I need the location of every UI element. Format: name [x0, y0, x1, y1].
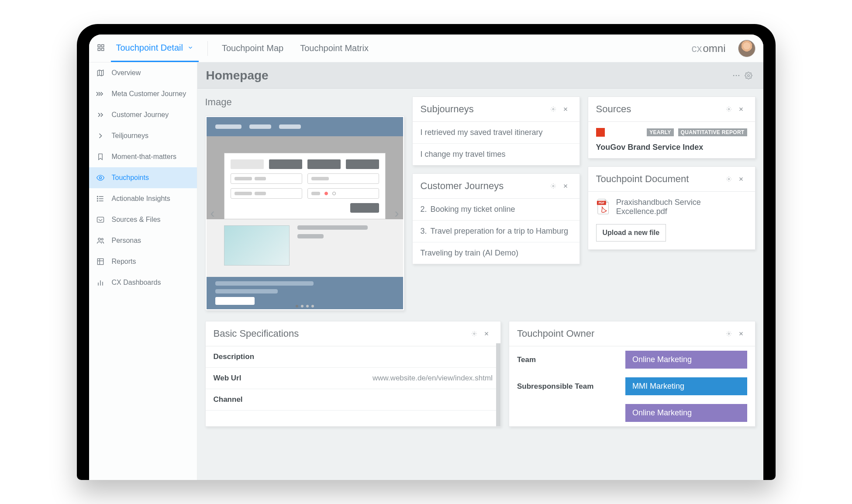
sidebar-item-personas[interactable]: Personas — [89, 230, 197, 251]
scrollbar[interactable] — [496, 343, 500, 426]
carousel-prev[interactable]: ‹ — [207, 204, 218, 222]
document-name: Praxishandbuch Service Excellence.pdf — [616, 198, 747, 216]
sidebar-item-moments[interactable]: Moment-that-matters — [89, 146, 197, 167]
card-close[interactable] — [559, 103, 572, 115]
card-settings[interactable] — [468, 328, 480, 340]
tab-touchpoint-detail[interactable]: Touchpoint Detail — [111, 35, 199, 62]
list-icon — [96, 194, 105, 203]
chevrons-right-icon — [96, 110, 105, 119]
apps-icon[interactable] — [97, 44, 105, 53]
svg-rect-3 — [98, 48, 100, 50]
journey-item[interactable]: 2.Booking my ticket online — [413, 199, 579, 221]
source-name: YouGov Brand Service Index — [596, 143, 747, 152]
svg-point-23 — [747, 74, 749, 76]
topbar: Touchpoint Detail Touchpoint Map Touchpo… — [89, 35, 763, 62]
card-close[interactable] — [735, 173, 747, 185]
svg-rect-14 — [97, 259, 103, 264]
sidebar-item-meta-journey[interactable]: Meta Customer Journey — [89, 83, 197, 104]
owner-chip[interactable]: Online Marketing — [625, 404, 747, 422]
image-carousel: ‹ › — [205, 116, 404, 311]
owner-chip[interactable]: Online Marketing — [625, 351, 747, 369]
journey-item[interactable]: 3.Travel preperation for a trip to Hambu… — [413, 221, 579, 242]
settings-button[interactable] — [742, 69, 755, 82]
page-title: Homepage — [206, 69, 730, 83]
owner-row: Online Marketing — [509, 400, 755, 426]
sidebar-item-label: Reports — [112, 258, 136, 266]
inbox-icon — [96, 215, 105, 224]
avatar[interactable] — [738, 40, 755, 57]
svg-text:PDF: PDF — [598, 201, 604, 204]
sidebar-item-touchpoints[interactable]: Touchpoints — [89, 167, 197, 188]
card-touchpoint-owner: Touchpoint Owner Team Online Marketing S… — [509, 321, 755, 427]
sidebar-item-label: CX Dashboards — [112, 279, 161, 287]
sidebar-item-sources-files[interactable]: Sources & Files — [89, 209, 197, 230]
card-customer-journeys: Customer Journeys 2.Booking my ticket on… — [412, 173, 580, 264]
eye-icon — [96, 173, 105, 182]
card-settings[interactable] — [547, 180, 559, 192]
sidebar: Overview Meta Customer Journey Customer … — [89, 62, 197, 480]
sidebar-item-label: Overview — [112, 69, 141, 77]
card-title: Touchpoint Owner — [517, 328, 723, 339]
image-preview — [207, 117, 403, 309]
svg-point-13 — [101, 238, 103, 240]
tab-touchpoint-map[interactable]: Touchpoint Map — [217, 35, 289, 62]
sidebar-item-label: Customer Journey — [112, 111, 169, 119]
journey-item[interactable]: Traveling by train (AI Demo) — [413, 242, 579, 264]
card-settings[interactable] — [547, 103, 559, 115]
chevron-down-icon — [187, 45, 193, 51]
main: Homepage Image — [197, 62, 763, 480]
sidebar-item-label: Personas — [112, 237, 141, 245]
svg-point-41 — [728, 333, 730, 335]
svg-rect-2 — [101, 48, 103, 50]
subjourney-item[interactable]: I retrieved my saved travel itinerary — [413, 122, 579, 144]
sidebar-item-teiljourneys[interactable]: Teiljourneys — [89, 125, 197, 146]
card-touchpoint-document: Touchpoint Document PDF — [588, 166, 755, 250]
table-icon — [96, 257, 105, 266]
card-settings[interactable] — [723, 328, 735, 340]
sidebar-item-label: Moment-that-matters — [112, 153, 176, 161]
tab-label: Touchpoint Map — [222, 43, 283, 53]
sidebar-item-dashboards[interactable]: CX Dashboards — [89, 272, 197, 293]
sidebar-item-label: Teiljourneys — [112, 132, 148, 140]
sidebar-item-customer-journey[interactable]: Customer Journey — [89, 104, 197, 125]
source-tag: QUANTITATIVE REPORT — [678, 128, 747, 136]
card-settings[interactable] — [723, 173, 735, 185]
sidebar-item-label: Meta Customer Journey — [112, 90, 186, 98]
card-sources: Sources YEARLY QUANTITATIVE REPORT — [588, 97, 755, 159]
svg-point-12 — [98, 238, 100, 240]
svg-point-4 — [99, 177, 101, 179]
subjourney-item[interactable]: I change my travel times — [413, 144, 579, 165]
spec-row: Channel — [206, 389, 500, 411]
bookmark-icon — [96, 152, 105, 161]
upload-file-button[interactable]: Upload a new file — [596, 224, 666, 242]
sidebar-item-insights[interactable]: Actionable Insights — [89, 188, 197, 209]
tab-touchpoint-matrix[interactable]: Touchpoint Matrix — [295, 35, 374, 62]
owner-chip[interactable]: MMI Marketing — [625, 377, 747, 395]
card-title: Touchpoint Document — [596, 173, 723, 185]
tab-label: Touchpoint Matrix — [300, 43, 369, 53]
spec-row: Description — [206, 346, 500, 368]
card-close[interactable] — [559, 180, 572, 192]
card-close[interactable] — [735, 103, 747, 115]
document-item[interactable]: PDF Praxishandbuch Service Excellence.pd… — [588, 192, 755, 222]
sidebar-item-overview[interactable]: Overview — [89, 62, 197, 83]
sidebar-item-label: Actionable Insights — [112, 195, 170, 203]
map-icon — [96, 69, 105, 77]
svg-point-20 — [733, 75, 734, 76]
card-close[interactable] — [480, 328, 493, 340]
page-header: Homepage — [197, 62, 763, 89]
card-settings[interactable] — [723, 103, 735, 115]
more-button[interactable] — [730, 69, 742, 82]
sidebar-item-reports[interactable]: Reports — [89, 251, 197, 272]
svg-rect-11 — [97, 217, 103, 222]
card-basic-specifications: Basic Specifications Description Web Url… — [205, 321, 501, 427]
divider — [207, 41, 208, 56]
source-item[interactable]: YEARLY QUANTITATIVE REPORT YouGov Brand … — [588, 122, 755, 158]
card-subjourneys: Subjourneys I retrieved my saved travel … — [412, 97, 580, 166]
carousel-next[interactable]: › — [392, 204, 402, 222]
svg-point-30 — [728, 108, 730, 110]
card-close[interactable] — [735, 328, 747, 340]
tab-label: Touchpoint Detail — [116, 43, 183, 53]
carousel-dots — [296, 305, 314, 307]
card-title: Subjourneys — [421, 104, 547, 115]
